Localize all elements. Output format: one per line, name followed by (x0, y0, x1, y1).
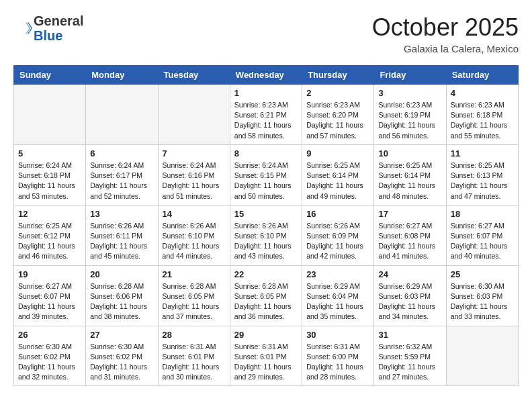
day-number: 16 (306, 209, 369, 219)
day-info: Sunrise: 6:23 AM Sunset: 6:20 PM Dayligh… (306, 100, 369, 141)
calendar-cell: 29Sunrise: 6:31 AM Sunset: 6:01 PM Dayli… (230, 326, 302, 386)
day-number: 15 (234, 209, 298, 219)
calendar-cell: 14Sunrise: 6:26 AM Sunset: 6:10 PM Dayli… (158, 205, 230, 265)
logo-text: General Blue (34, 13, 83, 43)
day-info: Sunrise: 6:23 AM Sunset: 6:18 PM Dayligh… (451, 100, 514, 141)
calendar-cell: 4Sunrise: 6:23 AM Sunset: 6:18 PM Daylig… (446, 85, 518, 145)
calendar-cell: 1Sunrise: 6:23 AM Sunset: 6:21 PM Daylig… (230, 85, 302, 145)
calendar-cell: 3Sunrise: 6:23 AM Sunset: 6:19 PM Daylig… (374, 85, 446, 145)
calendar-cell: 6Sunrise: 6:24 AM Sunset: 6:17 PM Daylig… (86, 144, 158, 205)
day-number: 4 (451, 88, 514, 98)
calendar-cell: 11Sunrise: 6:25 AM Sunset: 6:13 PM Dayli… (446, 144, 518, 205)
day-info: Sunrise: 6:24 AM Sunset: 6:18 PM Dayligh… (18, 161, 81, 201)
day-number: 19 (18, 269, 81, 279)
day-info: Sunrise: 6:31 AM Sunset: 6:00 PM Dayligh… (306, 342, 369, 383)
day-info: Sunrise: 6:26 AM Sunset: 6:09 PM Dayligh… (306, 221, 369, 262)
calendar-cell: 17Sunrise: 6:27 AM Sunset: 6:08 PM Dayli… (374, 205, 446, 265)
calendar-header-row: SundayMondayTuesdayWednesdayThursdayFrid… (14, 66, 519, 85)
day-info: Sunrise: 6:25 AM Sunset: 6:12 PM Dayligh… (18, 221, 81, 262)
day-info: Sunrise: 6:25 AM Sunset: 6:14 PM Dayligh… (306, 161, 369, 201)
day-info: Sunrise: 6:30 AM Sunset: 6:02 PM Dayligh… (18, 342, 81, 383)
day-info: Sunrise: 6:31 AM Sunset: 6:01 PM Dayligh… (234, 342, 298, 383)
day-number: 22 (234, 269, 298, 279)
calendar-cell: 22Sunrise: 6:28 AM Sunset: 6:05 PM Dayli… (230, 265, 302, 326)
day-number: 24 (378, 269, 441, 279)
day-info: Sunrise: 6:27 AM Sunset: 6:07 PM Dayligh… (18, 281, 81, 322)
calendar-cell: 24Sunrise: 6:29 AM Sunset: 6:03 PM Dayli… (374, 265, 446, 326)
day-number: 1 (234, 88, 298, 98)
day-number: 26 (18, 330, 81, 340)
day-number: 13 (90, 209, 153, 219)
day-number: 12 (18, 209, 81, 219)
day-info: Sunrise: 6:30 AM Sunset: 6:03 PM Dayligh… (451, 281, 514, 322)
day-number: 3 (378, 88, 441, 98)
day-info: Sunrise: 6:26 AM Sunset: 6:10 PM Dayligh… (163, 221, 226, 262)
day-info: Sunrise: 6:29 AM Sunset: 6:04 PM Dayligh… (306, 281, 369, 322)
day-number: 29 (234, 330, 298, 340)
day-info: Sunrise: 6:24 AM Sunset: 6:16 PM Dayligh… (163, 161, 226, 201)
column-header-wednesday: Wednesday (230, 66, 302, 85)
week-row-1: 1Sunrise: 6:23 AM Sunset: 6:21 PM Daylig… (14, 85, 519, 145)
calendar-cell: 15Sunrise: 6:26 AM Sunset: 6:10 PM Dayli… (230, 205, 302, 265)
calendar-cell: 5Sunrise: 6:24 AM Sunset: 6:18 PM Daylig… (14, 144, 86, 205)
title-block: October 2025 Galaxia la Calera, Mexico (372, 13, 519, 54)
calendar-cell: 18Sunrise: 6:27 AM Sunset: 6:07 PM Dayli… (446, 205, 518, 265)
calendar-cell: 9Sunrise: 6:25 AM Sunset: 6:14 PM Daylig… (302, 144, 374, 205)
calendar-cell (158, 85, 230, 145)
day-number: 5 (18, 148, 81, 158)
calendar-cell: 8Sunrise: 6:24 AM Sunset: 6:15 PM Daylig… (230, 144, 302, 205)
day-number: 6 (90, 148, 153, 158)
svg-marker-1 (26, 23, 30, 34)
day-number: 7 (163, 148, 226, 158)
day-info: Sunrise: 6:28 AM Sunset: 6:06 PM Dayligh… (90, 281, 153, 322)
calendar-cell: 12Sunrise: 6:25 AM Sunset: 6:12 PM Dayli… (14, 205, 86, 265)
calendar-cell (446, 326, 518, 386)
day-number: 2 (306, 88, 369, 98)
calendar-cell: 28Sunrise: 6:31 AM Sunset: 6:01 PM Dayli… (158, 326, 230, 386)
calendar-cell (14, 85, 86, 145)
calendar-cell: 2Sunrise: 6:23 AM Sunset: 6:20 PM Daylig… (302, 85, 374, 145)
calendar-cell (86, 85, 158, 145)
calendar-cell: 10Sunrise: 6:25 AM Sunset: 6:14 PM Dayli… (374, 144, 446, 205)
day-info: Sunrise: 6:26 AM Sunset: 6:10 PM Dayligh… (234, 221, 298, 262)
day-info: Sunrise: 6:30 AM Sunset: 6:02 PM Dayligh… (90, 342, 153, 383)
week-row-3: 12Sunrise: 6:25 AM Sunset: 6:12 PM Dayli… (14, 205, 519, 265)
calendar-cell: 31Sunrise: 6:32 AM Sunset: 5:59 PM Dayli… (374, 326, 446, 386)
logo: General Blue (13, 13, 83, 43)
day-number: 8 (234, 148, 298, 158)
day-info: Sunrise: 6:24 AM Sunset: 6:17 PM Dayligh… (90, 161, 153, 201)
column-header-monday: Monday (86, 66, 158, 85)
day-info: Sunrise: 6:32 AM Sunset: 5:59 PM Dayligh… (378, 342, 441, 383)
day-number: 27 (90, 330, 153, 340)
calendar-cell: 26Sunrise: 6:30 AM Sunset: 6:02 PM Dayli… (14, 326, 86, 386)
day-number: 11 (451, 148, 514, 158)
day-number: 14 (163, 209, 226, 219)
calendar-cell: 16Sunrise: 6:26 AM Sunset: 6:09 PM Dayli… (302, 205, 374, 265)
column-header-tuesday: Tuesday (158, 66, 230, 85)
day-number: 9 (306, 148, 369, 158)
month-title: October 2025 (372, 13, 519, 42)
week-row-2: 5Sunrise: 6:24 AM Sunset: 6:18 PM Daylig… (14, 144, 519, 205)
week-row-5: 26Sunrise: 6:30 AM Sunset: 6:02 PM Dayli… (14, 326, 519, 386)
day-info: Sunrise: 6:23 AM Sunset: 6:21 PM Dayligh… (234, 100, 298, 141)
day-info: Sunrise: 6:29 AM Sunset: 6:03 PM Dayligh… (378, 281, 441, 322)
calendar-cell: 25Sunrise: 6:30 AM Sunset: 6:03 PM Dayli… (446, 265, 518, 326)
column-header-thursday: Thursday (302, 66, 374, 85)
day-number: 17 (378, 209, 441, 219)
page-header: General Blue October 2025 Galaxia la Cal… (13, 13, 519, 54)
location: Galaxia la Calera, Mexico (372, 43, 519, 54)
calendar-cell: 20Sunrise: 6:28 AM Sunset: 6:06 PM Dayli… (86, 265, 158, 326)
day-info: Sunrise: 6:28 AM Sunset: 6:05 PM Dayligh… (163, 281, 226, 322)
day-number: 31 (378, 330, 441, 340)
calendar-cell: 27Sunrise: 6:30 AM Sunset: 6:02 PM Dayli… (86, 326, 158, 386)
day-info: Sunrise: 6:25 AM Sunset: 6:14 PM Dayligh… (378, 161, 441, 201)
day-number: 23 (306, 269, 369, 279)
day-info: Sunrise: 6:25 AM Sunset: 6:13 PM Dayligh… (451, 161, 514, 201)
day-number: 21 (163, 269, 226, 279)
day-number: 18 (451, 209, 514, 219)
calendar-cell: 7Sunrise: 6:24 AM Sunset: 6:16 PM Daylig… (158, 144, 230, 205)
day-number: 30 (306, 330, 369, 340)
week-row-4: 19Sunrise: 6:27 AM Sunset: 6:07 PM Dayli… (14, 265, 519, 326)
calendar-cell: 13Sunrise: 6:26 AM Sunset: 6:11 PM Dayli… (86, 205, 158, 265)
day-info: Sunrise: 6:27 AM Sunset: 6:08 PM Dayligh… (378, 221, 441, 262)
